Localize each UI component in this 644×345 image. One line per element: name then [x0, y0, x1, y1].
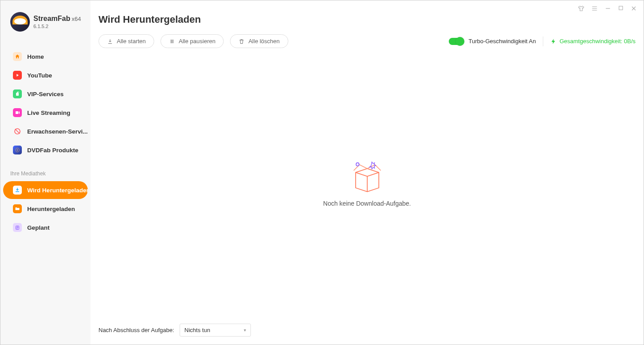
menu-icon[interactable]: [591, 5, 598, 12]
dvdfab-icon: [13, 146, 22, 154]
sidebar: StreamFabx64 6.1.5.2 Home YouTube VIP-Se…: [0, 0, 90, 345]
sidebar-item-downloading[interactable]: Wird Heruntergeladen: [3, 181, 88, 199]
toolbar: Alle starten Alle pausieren Alle löschen…: [90, 32, 644, 48]
main-panel: Wird Heruntergeladen Alle starten Alle p…: [90, 0, 644, 345]
empty-message: Noch keine Download-Aufgabe.: [323, 200, 411, 207]
sidebar-item-scheduled[interactable]: Geplant: [3, 219, 88, 236]
nav-main: Home YouTube VIP-Services Live Streaming…: [0, 47, 90, 160]
svg-rect-4: [171, 39, 172, 43]
svg-rect-3: [619, 6, 623, 10]
sidebar-item-live[interactable]: Live Streaming: [3, 104, 88, 122]
adult-icon: [13, 127, 22, 136]
nav-library: Wird Heruntergeladen Heruntergeladen Gep…: [0, 180, 90, 237]
schedule-icon: [13, 223, 22, 232]
download-icon: [13, 186, 22, 195]
home-icon: [13, 52, 22, 61]
page-title: Wird Heruntergeladen: [90, 0, 644, 32]
sidebar-section-label: Ihre Mediathek: [0, 160, 90, 180]
turbo-toggle-group: Turbo-Geschwindigkeit An: [449, 38, 536, 45]
footer: Nach Abschluss der Aufgabe: Nichts tun ▾: [90, 317, 644, 345]
divider: [543, 37, 543, 46]
sidebar-item-label: DVDFab Produkte: [27, 147, 78, 154]
app-brand-name: StreamFab: [33, 15, 70, 22]
sidebar-item-label: Wird Heruntergeladen: [27, 187, 88, 194]
sidebar-item-downloaded[interactable]: Heruntergeladen: [3, 200, 88, 218]
start-all-button[interactable]: Alle starten: [98, 34, 154, 48]
button-label: Alle löschen: [248, 38, 279, 45]
sidebar-item-home[interactable]: Home: [3, 48, 88, 65]
app-logo-icon: [10, 12, 30, 32]
logo-block: StreamFabx64 6.1.5.2: [0, 9, 90, 38]
sidebar-item-label: Heruntergeladen: [27, 206, 75, 212]
speed-indicator: Gesamtgeschwindigkeit: 0B/s: [550, 38, 636, 45]
sidebar-item-label: YouTube: [27, 72, 52, 79]
live-icon: [13, 108, 22, 117]
folder-icon: [13, 204, 22, 213]
minimize-icon[interactable]: [604, 5, 611, 12]
after-task-select[interactable]: Nichts tun ▾: [180, 324, 251, 337]
app-version: 6.1.5.2: [33, 24, 81, 29]
empty-box-icon: [347, 159, 387, 194]
sidebar-item-label: Geplant: [27, 224, 49, 231]
window-controls: [578, 5, 637, 12]
after-task-label: Nach Abschluss der Aufgabe:: [98, 327, 174, 333]
app-brand: StreamFabx64: [33, 15, 81, 23]
button-label: Alle starten: [117, 38, 146, 45]
maximize-icon[interactable]: [618, 5, 624, 12]
sidebar-item-adult[interactable]: Erwachsenen-Servi...: [3, 122, 88, 140]
turbo-label: Turbo-Geschwindigkeit An: [468, 38, 536, 45]
sidebar-item-label: VIP-Services: [27, 91, 64, 97]
turbo-toggle[interactable]: [449, 38, 464, 45]
youtube-icon: [13, 71, 22, 80]
shirt-icon[interactable]: [578, 5, 585, 12]
sidebar-item-youtube[interactable]: YouTube: [3, 66, 88, 84]
sidebar-item-dvdfab[interactable]: DVDFab Produkte: [3, 141, 88, 159]
speed-label: Gesamtgeschwindigkeit: 0B/s: [559, 38, 636, 45]
download-arrow-icon: [107, 38, 113, 45]
bolt-icon: [550, 38, 557, 45]
pause-icon: [169, 38, 175, 45]
sidebar-item-label: Erwachsenen-Servi...: [27, 128, 88, 135]
sidebar-item-label: Home: [27, 53, 44, 60]
pause-all-button[interactable]: Alle pausieren: [160, 34, 224, 48]
vip-icon: [13, 89, 22, 98]
select-value: Nichts tun: [185, 327, 210, 333]
close-icon[interactable]: [630, 5, 637, 12]
svg-rect-5: [172, 39, 173, 43]
trash-icon: [238, 38, 245, 45]
sidebar-item-label: Live Streaming: [27, 110, 70, 116]
sidebar-item-vip[interactable]: VIP-Services: [3, 85, 88, 103]
app-arch: x64: [72, 16, 81, 22]
delete-all-button[interactable]: Alle löschen: [230, 34, 288, 48]
button-label: Alle pausieren: [179, 38, 215, 45]
content-area: Noch keine Download-Aufgabe.: [90, 48, 644, 317]
chevron-down-icon: ▾: [244, 328, 246, 333]
